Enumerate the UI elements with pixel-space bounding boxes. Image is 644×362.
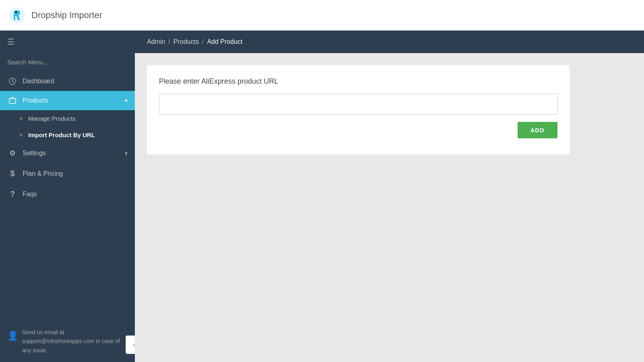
breadcrumb-bar: Admin / Products / Add Product <box>135 31 644 53</box>
add-btn-row: ADD <box>159 122 557 138</box>
person-icon: 👤 <box>7 329 18 343</box>
collapse-icon: « <box>133 341 135 348</box>
sidebar-item-products[interactable]: Products ▾ <box>0 91 135 110</box>
support-text: Send us email at support@infoshoreapps.c… <box>22 328 128 355</box>
product-url-input[interactable] <box>159 94 557 115</box>
sidebar-item-dashboard[interactable]: Dashboard <box>0 72 135 91</box>
sidebar-subitem-import-product[interactable]: Import Product By URL <box>0 127 135 143</box>
top-header: Dropship Importer <box>0 0 644 31</box>
sidebar-item-faqs[interactable]: ? Faqs <box>0 184 135 204</box>
plan-pricing-icon: $ <box>7 169 18 178</box>
import-product-dot <box>19 134 23 137</box>
sidebar-item-products-label: Products <box>23 97 125 104</box>
svg-point-1 <box>15 11 17 13</box>
sidebar-item-faqs-label: Faqs <box>23 191 128 198</box>
dashboard-icon <box>7 77 18 85</box>
sidebar-item-settings-label: Settings <box>23 150 125 157</box>
sidebar-item-plan-pricing[interactable]: $ Plan & Pricing <box>0 163 135 184</box>
main-layout: ☰ Dashboard <box>0 31 644 362</box>
sidebar: ☰ Dashboard <box>0 31 135 362</box>
hamburger-icon[interactable]: ☰ <box>7 37 14 47</box>
sidebar-nav-header: ☰ <box>0 31 135 53</box>
settings-chevron-icon: ▾ <box>125 150 128 156</box>
import-product-label: Import Product By URL <box>28 132 95 138</box>
products-icon <box>7 97 18 105</box>
app-logo-icon <box>8 6 26 24</box>
content-area: Admin / Products / Add Product Please en… <box>135 31 644 362</box>
sidebar-collapse-button[interactable]: « <box>126 335 135 354</box>
sidebar-subitem-manage-products[interactable]: Manage Products <box>0 110 135 127</box>
breadcrumb-add-product: Add Product <box>207 38 242 45</box>
add-button[interactable]: ADD <box>518 122 558 138</box>
card-title: Please enter AliExpress product URL <box>159 77 557 86</box>
products-chevron-icon: ▾ <box>125 97 128 104</box>
sidebar-item-dashboard-label: Dashboard <box>23 78 128 85</box>
add-product-card: Please enter AliExpress product URL ADD <box>147 65 570 154</box>
sidebar-support: 👤 Send us email at support@infoshoreapps… <box>0 321 135 362</box>
page-content: Please enter AliExpress product URL ADD <box>135 53 644 362</box>
manage-products-dot <box>19 117 23 120</box>
faqs-icon: ? <box>7 189 18 199</box>
breadcrumb-sep-1: / <box>168 38 170 45</box>
app-title: Dropship Importer <box>31 10 102 21</box>
sidebar-item-settings[interactable]: ⚙ Settings ▾ <box>0 143 135 163</box>
search-input[interactable] <box>7 59 128 66</box>
sidebar-item-plan-pricing-label: Plan & Pricing <box>23 170 128 177</box>
svg-point-3 <box>12 81 13 82</box>
settings-icon: ⚙ <box>7 149 18 158</box>
breadcrumb-products[interactable]: Products <box>173 38 199 45</box>
sidebar-search-container <box>0 53 135 72</box>
svg-rect-4 <box>9 99 16 103</box>
breadcrumb-admin[interactable]: Admin <box>147 38 165 45</box>
manage-products-label: Manage Products <box>28 115 76 122</box>
breadcrumb-sep-2: / <box>202 38 204 45</box>
